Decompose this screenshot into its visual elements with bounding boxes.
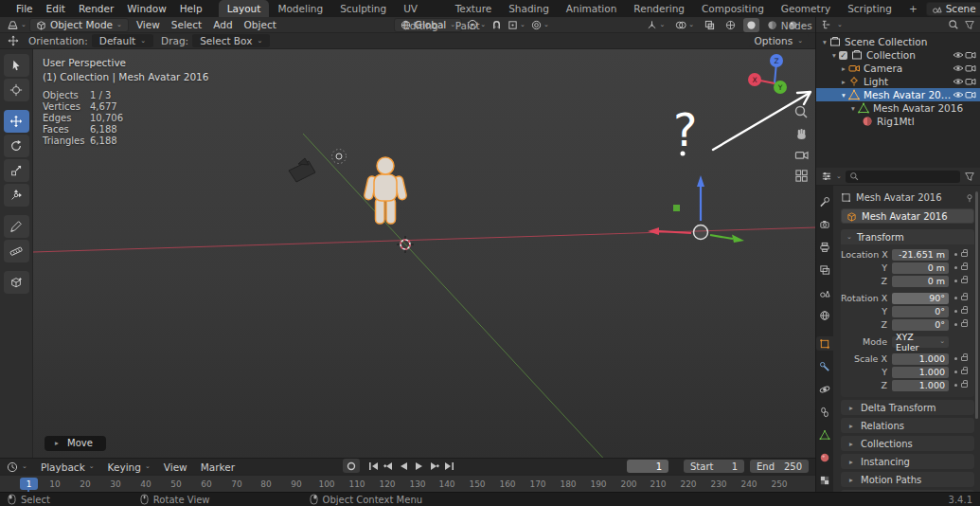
outliner-row-light[interactable]: ▸ Light <box>816 75 980 88</box>
object-properties-tab[interactable] <box>816 336 833 351</box>
outliner-row-camera[interactable]: ▸ Camera <box>816 62 980 75</box>
section-instancing[interactable]: ▸ Instancing <box>841 454 974 469</box>
disable-render-icon[interactable] <box>965 89 976 100</box>
menu-edit[interactable]: Edit <box>40 0 72 17</box>
jump-end-button[interactable] <box>442 459 455 473</box>
section-relations[interactable]: ▸ Relations <box>841 418 974 433</box>
orientation-setting-dropdown[interactable]: Default ⌄ <box>92 34 153 47</box>
location-z-field[interactable]: 0 m <box>892 276 949 287</box>
3d-viewport[interactable]: Z X Y ? User Perspective (1) Collection … <box>33 49 816 458</box>
lock-icon[interactable] <box>961 356 968 361</box>
rotate-tool[interactable] <box>4 135 29 157</box>
scale-y-field[interactable]: 1.000 <box>892 367 949 378</box>
next-keyframe-button[interactable] <box>427 459 440 473</box>
scene-selector[interactable]: Scene ✕ <box>926 2 980 16</box>
menu-help[interactable]: Help <box>173 0 209 17</box>
outliner-row-mesh-avatar[interactable]: ▾ Mesh Avatar 2016 <box>816 88 980 101</box>
gizmo-plane-handle[interactable] <box>673 205 680 211</box>
object-name-field[interactable]: Mesh Avatar 2016 <box>841 208 974 224</box>
animate-dot-icon[interactable] <box>954 266 957 269</box>
tab-animation[interactable]: Animation <box>558 0 626 17</box>
render-properties-tab[interactable] <box>816 217 833 231</box>
scene-properties-tab[interactable] <box>816 285 833 299</box>
timeline-editor-selector[interactable]: ⌄ <box>0 461 34 473</box>
menu-view[interactable]: View <box>131 19 166 30</box>
menu-marker[interactable]: Marker <box>194 461 241 473</box>
scale-x-field[interactable]: 1.000 <box>892 353 949 365</box>
constraint-properties-tab[interactable] <box>816 405 833 419</box>
location-y-field[interactable]: 0 m <box>892 262 949 274</box>
tab-shading[interactable]: Shading <box>500 0 558 17</box>
animate-dot-icon[interactable] <box>954 370 957 373</box>
animate-dot-icon[interactable] <box>954 310 957 313</box>
hide-eye-icon[interactable] <box>953 76 964 87</box>
scale-tool[interactable] <box>4 159 29 182</box>
view-layer-properties-tab[interactable] <box>816 262 833 277</box>
tab-compositing[interactable]: Compositing <box>693 0 773 17</box>
editor-type-selector[interactable]: ⌄ <box>4 18 29 32</box>
scale-z-field[interactable]: 1.000 <box>892 380 949 391</box>
tab-sculpting[interactable]: Sculpting <box>331 0 395 17</box>
frame-start-field[interactable]: Start 1 <box>684 460 744 473</box>
menu-object[interactable]: Object <box>239 19 282 30</box>
section-motion-paths[interactable]: ▸ Motion Paths <box>841 472 974 487</box>
xray-toggle[interactable] <box>702 18 718 32</box>
section-delta-transform[interactable]: ▸ Delta Transform <box>841 400 974 415</box>
tab-scripting[interactable]: Scripting <box>839 0 900 17</box>
disable-render-icon[interactable] <box>965 63 976 74</box>
lock-icon[interactable] <box>961 279 968 283</box>
measure-tool[interactable] <box>4 240 29 262</box>
disclosure-icon[interactable]: ▸ <box>839 78 848 86</box>
outliner-row-collection[interactable]: ▾ ✓ Collection <box>816 48 980 62</box>
timeline-ruler[interactable]: 10 20 30 40 50 60 70 80 90 100 110 120 1… <box>0 475 816 492</box>
move-tool[interactable] <box>4 110 29 133</box>
section-collections[interactable]: ▸ Collections <box>841 436 974 451</box>
tab-add-workspace[interactable]: + <box>900 0 926 17</box>
disable-render-icon[interactable] <box>965 76 976 87</box>
prev-keyframe-button[interactable] <box>382 459 395 473</box>
tool-properties-tab[interactable] <box>816 194 833 208</box>
animate-dot-icon[interactable] <box>954 280 957 282</box>
snap-toggle[interactable] <box>489 18 505 32</box>
outliner-row-scene-collection[interactable]: ▾ Scene Collection <box>816 35 980 48</box>
cursor-tool[interactable] <box>4 79 29 101</box>
drag-setting-dropdown[interactable]: Select Box ⌄ <box>192 34 270 47</box>
gizmo-center[interactable] <box>694 226 708 240</box>
menu-add[interactable]: Add <box>207 19 238 30</box>
physics-properties-tab[interactable] <box>816 382 833 396</box>
lock-icon[interactable] <box>961 265 968 270</box>
zoom-icon[interactable] <box>793 104 809 119</box>
gizmo-y-handle[interactable] <box>710 235 733 239</box>
overlays-selector[interactable]: ⌄ <box>672 18 697 32</box>
mode-selector[interactable]: Object Mode ⌄ <box>29 18 129 32</box>
outliner-row-material[interactable]: Rig1Mtl <box>816 115 980 128</box>
hide-eye-icon[interactable] <box>953 63 964 74</box>
play-reverse-button[interactable] <box>397 459 410 473</box>
material-properties-tab[interactable] <box>816 450 833 464</box>
navigation-gizmo[interactable]: Z X Y <box>748 54 787 94</box>
menu-select[interactable]: Select <box>166 19 207 30</box>
pan-hand-icon[interactable] <box>794 127 809 141</box>
options-dropdown[interactable]: Options ⌄ <box>749 34 809 47</box>
texture-properties-tab[interactable] <box>816 473 833 487</box>
disclosure-icon[interactable]: ▾ <box>829 51 839 60</box>
animate-dot-icon[interactable] <box>954 323 957 326</box>
disclosure-icon[interactable]: ▾ <box>839 91 848 99</box>
light-object[interactable] <box>332 150 347 164</box>
frame-end-field[interactable]: End 250 <box>750 460 809 473</box>
properties-scrollbar[interactable] <box>975 191 978 419</box>
animate-dot-icon[interactable] <box>954 253 957 256</box>
tab-layout[interactable]: Layout <box>219 0 270 17</box>
jump-start-button[interactable] <box>366 459 380 473</box>
modifier-properties-tab[interactable] <box>816 359 833 373</box>
shading-wireframe-button[interactable] <box>722 18 739 32</box>
properties-search-input[interactable] <box>846 171 960 183</box>
proportional-edit-toggle[interactable]: ⌄ <box>528 18 552 32</box>
rotation-y-field[interactable]: 0° <box>892 306 949 317</box>
lock-icon[interactable] <box>961 383 968 388</box>
shading-solid-button[interactable] <box>743 18 759 32</box>
menu-playback[interactable]: Playback ⌄ <box>34 461 101 473</box>
outliner-row-mesh-data[interactable]: ▾ Mesh Avatar 2016 <box>816 101 980 115</box>
outliner-editor-icon[interactable] <box>821 19 832 30</box>
menu-file[interactable]: File <box>9 0 40 17</box>
